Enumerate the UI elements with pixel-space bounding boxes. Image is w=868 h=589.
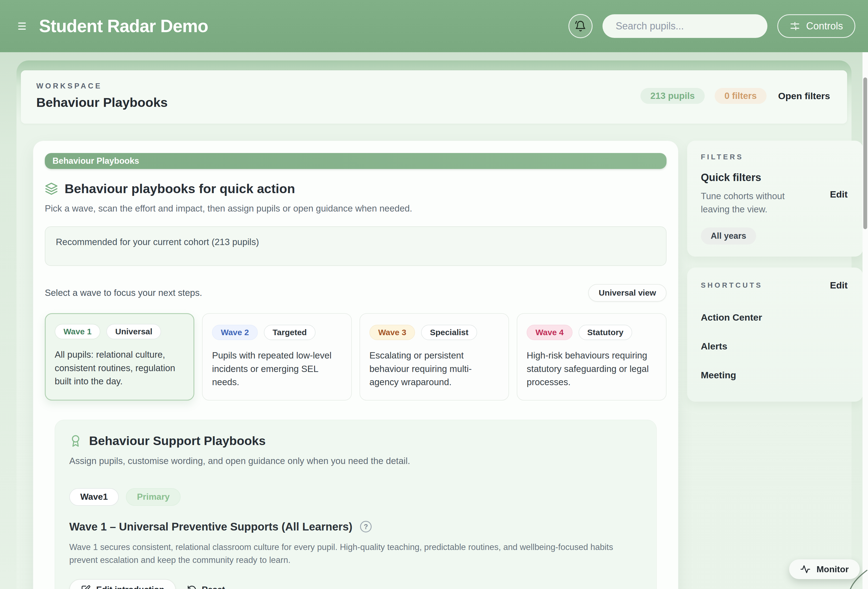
edit-icon xyxy=(81,585,91,589)
bell-icon xyxy=(575,20,586,32)
sliders-icon xyxy=(790,21,800,31)
shortcuts-eyebrow: SHORTCUTS xyxy=(701,281,763,290)
workspace-title-block: WORKSPACE Behaviour Playbooks xyxy=(36,82,168,110)
wave-description: Pupils with repeated low-level incidents… xyxy=(212,349,342,389)
reset-button[interactable]: Reset xyxy=(185,585,226,589)
playbooks-banner: Behaviour Playbooks xyxy=(45,153,667,169)
wave-card-1[interactable]: Wave 1 Universal All pupils: relational … xyxy=(45,313,194,401)
wave-card-4[interactable]: Wave 4 Statutory High-risk behaviours re… xyxy=(517,313,666,401)
scrollbar-thumb[interactable] xyxy=(863,78,867,229)
wave-description: High-risk behaviours requiring statutory… xyxy=(527,349,656,389)
page-title: Behaviour Playbooks xyxy=(36,95,168,110)
quick-action-heading-row: Behaviour playbooks for quick action xyxy=(45,181,667,196)
controls-label: Controls xyxy=(806,20,843,32)
workspace-status: 213 pupils 0 filters Open filters xyxy=(641,88,832,104)
wave-badge: Wave 2 xyxy=(212,325,258,340)
activity-icon xyxy=(800,564,810,574)
page-shell: WORKSPACE Behaviour Playbooks 213 pupils… xyxy=(16,60,852,589)
primary-phase-pill[interactable]: Primary xyxy=(126,488,180,506)
app-title: Student Radar Demo xyxy=(39,16,208,36)
content-columns: Behaviour Playbooks Behaviour playbooks … xyxy=(33,141,839,589)
wave-tag: Statutory xyxy=(579,325,632,340)
wave-tag: Targeted xyxy=(264,325,316,340)
wave-badge: Wave 3 xyxy=(369,325,415,340)
wave-section-description: Wave 1 secures consistent, relational cl… xyxy=(69,540,624,567)
universal-view-button[interactable]: Universal view xyxy=(588,284,666,302)
shortcut-meeting[interactable]: Meeting xyxy=(701,361,849,390)
filters-eyebrow: FILTERS xyxy=(701,153,849,161)
wave-section-title: Wave 1 – Universal Preventive Supports (… xyxy=(69,521,352,533)
wave-card-3[interactable]: Wave 3 Specialist Escalating or persiste… xyxy=(360,313,509,401)
workspace-header: WORKSPACE Behaviour Playbooks 213 pupils… xyxy=(21,70,847,124)
recommendation-box: Recommended for your current cohort (213… xyxy=(45,226,667,266)
wave-tag: Specialist xyxy=(421,325,477,340)
menu-icon[interactable] xyxy=(18,22,27,29)
corner-decoration xyxy=(841,569,868,589)
controls-button[interactable]: Controls xyxy=(777,14,855,38)
support-playbooks-section: Behaviour Support Playbooks Assign pupil… xyxy=(55,420,657,589)
header-actions: Controls xyxy=(568,14,855,38)
wave-description: Escalating or persistent behaviour requi… xyxy=(369,349,499,389)
edit-shortcuts-button[interactable]: Edit xyxy=(828,280,849,291)
support-heading: Behaviour Support Playbooks xyxy=(89,434,266,448)
notifications-button[interactable] xyxy=(568,14,593,38)
edit-filters-button[interactable]: Edit xyxy=(828,189,849,200)
wave-tier-pill[interactable]: Wave1 xyxy=(69,488,119,506)
open-filters-button[interactable]: Open filters xyxy=(776,90,832,102)
wave-select-row: Select a wave to focus your next steps. … xyxy=(45,284,667,302)
award-icon xyxy=(69,434,82,447)
workspace-eyebrow: WORKSPACE xyxy=(36,82,168,90)
quick-action-heading: Behaviour playbooks for quick action xyxy=(65,181,295,196)
edit-introduction-button[interactable]: Edit introduction xyxy=(69,579,176,589)
filter-count-badge: 0 filters xyxy=(714,88,766,104)
shortcut-action-center[interactable]: Action Center xyxy=(701,303,849,332)
wave-description: All pupils: relational culture, consiste… xyxy=(55,348,185,388)
search-input[interactable] xyxy=(602,14,768,38)
layers-icon xyxy=(45,182,58,195)
all-years-chip[interactable]: All years xyxy=(701,227,756,244)
quick-action-subheading: Pick a wave, scan the effort and impact,… xyxy=(45,203,667,214)
wave-card-row: Wave 1 Universal All pupils: relational … xyxy=(45,313,667,401)
wave-tag: Universal xyxy=(106,324,161,339)
shortcuts-panel: SHORTCUTS Edit Action Center Alerts Meet… xyxy=(687,268,863,402)
filters-panel: FILTERS Quick filters Tune cohorts witho… xyxy=(687,141,863,256)
quick-filters-title: Quick filters xyxy=(701,172,808,184)
reset-icon xyxy=(187,585,197,589)
support-subheading: Assign pupils, customise wording, and op… xyxy=(69,456,642,466)
wave-badge: Wave 1 xyxy=(55,324,100,339)
shortcut-alerts[interactable]: Alerts xyxy=(701,332,849,361)
help-icon[interactable]: ? xyxy=(360,521,372,532)
app-header: Student Radar Demo Controls xyxy=(0,0,868,52)
wave-badge: Wave 4 xyxy=(527,325,572,340)
quick-filters-description: Tune cohorts without leaving the view. xyxy=(701,190,808,216)
playbooks-panel: Behaviour Playbooks Behaviour playbooks … xyxy=(33,141,678,589)
scrollbar-track xyxy=(862,52,868,589)
right-sidebar: FILTERS Quick filters Tune cohorts witho… xyxy=(687,141,863,589)
wave-card-2[interactable]: Wave 2 Targeted Pupils with repeated low… xyxy=(202,313,351,401)
pupil-count-badge: 213 pupils xyxy=(641,88,704,104)
wave-select-prompt: Select a wave to focus your next steps. xyxy=(45,288,202,298)
